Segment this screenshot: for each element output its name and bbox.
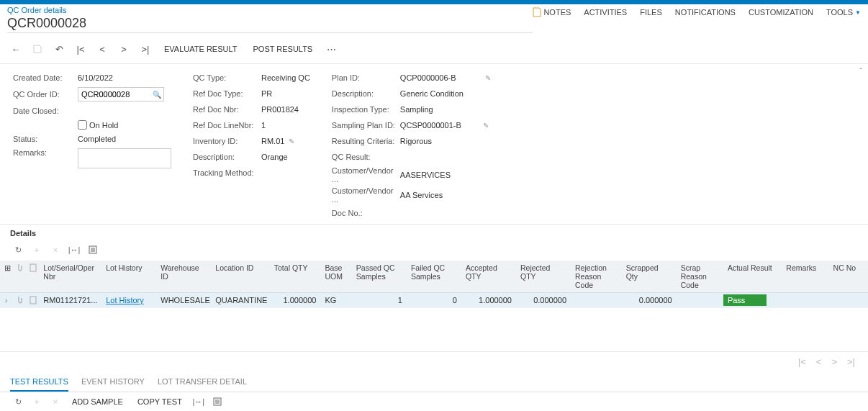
remarks-textarea[interactable] — [78, 148, 171, 168]
table-row[interactable]: › RM01121721... Lot History WHOLESALE QU… — [0, 293, 868, 308]
prev-button[interactable]: < — [94, 40, 111, 58]
col-lot[interactable]: Lot/Serial/Oper Nbr — [39, 261, 101, 293]
edit-icon[interactable]: ✎ — [485, 74, 491, 82]
post-button[interactable]: POST RESULTS — [247, 45, 318, 53]
col-failed[interactable]: Failed QC Samples — [407, 261, 461, 293]
col-scrapped[interactable]: Scrapped Qty — [622, 261, 677, 293]
doc-icon[interactable] — [25, 293, 40, 308]
add-row-button[interactable]: + — [29, 242, 45, 258]
col-lot-history[interactable]: Lot History — [101, 261, 156, 293]
col-rejected[interactable]: Rejected QTY — [516, 261, 571, 293]
export-button[interactable] — [209, 394, 225, 410]
page-title: QCR0000028 — [7, 16, 533, 33]
resulting-label: Resulting Criteria: — [332, 137, 400, 145]
col-actual[interactable]: Actual Result — [723, 261, 782, 293]
page-next-icon[interactable]: > — [831, 356, 837, 367]
tab-event-history[interactable]: EVENT HISTORY — [81, 377, 145, 392]
delete-row-button[interactable]: × — [48, 394, 63, 410]
more-button[interactable]: ⋯ — [322, 40, 340, 58]
plan-id-label: Plan ID: — [332, 73, 400, 82]
export-button[interactable] — [85, 242, 101, 258]
page-last-icon[interactable]: >| — [847, 356, 855, 367]
sampling-plan-value: QCSP0000001-B — [400, 121, 461, 130]
save-button[interactable] — [29, 40, 46, 58]
notes-label: NOTES — [543, 8, 571, 17]
collapse-form-icon[interactable]: ˆ — [859, 67, 862, 76]
refresh-button[interactable]: ↻ — [10, 394, 26, 410]
cell-location: QUARANTINE — [211, 293, 269, 308]
breadcrumb[interactable]: QC Order details — [7, 6, 533, 14]
description3-label: Description: — [332, 89, 400, 98]
qc-order-id-label: QC Order ID: — [13, 90, 78, 99]
page-first-icon[interactable]: |< — [798, 356, 806, 367]
vendor-name-value: AA Services — [400, 191, 443, 199]
inspection-type-value: Sampling — [400, 105, 433, 114]
vendor-label: Customer/Vendor ... — [332, 166, 400, 184]
refresh-button[interactable]: ↻ — [10, 242, 26, 258]
lot-history-link[interactable]: Lot History — [106, 296, 144, 304]
clip-icon[interactable] — [12, 293, 24, 308]
activities-link[interactable]: ACTIVITIES — [584, 8, 627, 17]
ref-doc-type-value: PR — [261, 89, 272, 98]
edit-icon[interactable]: ✎ — [483, 122, 489, 130]
cell-total-qty: 1.000000 — [270, 293, 321, 308]
col-location[interactable]: Location ID — [211, 261, 269, 293]
fit-columns-button[interactable]: |↔| — [66, 242, 82, 258]
cell-accepted: 1.000000 — [461, 293, 516, 308]
last-button[interactable]: >| — [137, 40, 154, 58]
col-remarks[interactable]: Remarks — [782, 261, 828, 293]
col-scrap-reason[interactable]: Scrap Reason Code — [677, 261, 723, 293]
cell-nc — [829, 293, 868, 308]
edit-icon[interactable]: ✎ — [289, 137, 294, 145]
tools-label: TOOLS — [826, 8, 853, 17]
col-passed[interactable]: Passed QC Samples — [352, 261, 407, 293]
tab-test-results[interactable]: TEST RESULTS — [10, 377, 68, 392]
details-grid[interactable]: ⊞ Lot/Serial/Oper Nbr Lot History Wareho… — [0, 261, 868, 308]
notifications-link[interactable]: NOTIFICATIONS — [675, 8, 736, 17]
col-rej-reason[interactable]: Rejection Reason Code — [571, 261, 622, 293]
col-accepted[interactable]: Accepted QTY — [461, 261, 516, 293]
on-hold-checkbox[interactable] — [78, 120, 87, 130]
back-button[interactable]: ← — [7, 40, 24, 58]
undo-button[interactable]: ↶ — [50, 40, 68, 58]
next-button[interactable]: > — [115, 40, 132, 58]
cell-rejected: 0.000000 — [516, 293, 571, 308]
col-clip — [12, 261, 24, 293]
description3-value: Generic Condition — [400, 89, 464, 98]
col-base-uom[interactable]: Base UOM — [320, 261, 351, 293]
status-value: Completed — [78, 135, 116, 143]
files-link[interactable]: FILES — [640, 8, 662, 17]
customization-link[interactable]: CUSTOMIZATION — [749, 8, 813, 17]
first-button[interactable]: |< — [72, 40, 89, 58]
expand-icon[interactable]: › — [0, 293, 12, 308]
qc-type-label: QC Type: — [193, 73, 261, 82]
copy-test-button[interactable]: COPY TEST — [132, 397, 188, 406]
col-warehouse[interactable]: Warehouse ID — [156, 261, 211, 293]
add-sample-button[interactable]: ADD SAMPLE — [66, 397, 129, 406]
sampling-plan-label: Sampling Plan ID: — [332, 121, 400, 130]
tab-lot-transfer[interactable]: LOT TRANSFER DETAIL — [158, 377, 247, 392]
cell-base-uom: KG — [320, 293, 351, 308]
col-doc — [25, 261, 40, 293]
delete-row-button[interactable]: × — [48, 242, 63, 258]
on-hold-label: On Hold — [89, 121, 118, 130]
col-total-qty[interactable]: Total QTY — [270, 261, 321, 293]
description2-value: Orange — [261, 153, 288, 161]
evaluate-button[interactable]: EVALUATE RESULT — [158, 45, 243, 53]
notes-link[interactable]: NOTES — [533, 7, 571, 17]
col-nc[interactable]: NC No — [829, 261, 868, 293]
lookup-icon[interactable]: 🔍 — [153, 91, 161, 99]
ref-doc-type-label: Ref Doc Type: — [193, 89, 261, 98]
created-date-label: Created Date: — [13, 73, 78, 82]
cell-scrapped: 0.000000 — [622, 293, 677, 308]
add-row-button[interactable]: + — [29, 394, 45, 410]
cell-rej-reason — [571, 293, 622, 308]
qc-order-id-input[interactable] — [78, 87, 164, 101]
inspection-type-label: Inspection Type: — [332, 105, 400, 114]
page-prev-icon[interactable]: < — [816, 356, 822, 367]
inventory-id-label: Inventory ID: — [193, 137, 261, 145]
tools-link[interactable]: TOOLS ▼ — [826, 8, 861, 17]
cell-passed: 1 — [352, 293, 407, 308]
cell-lot: RM01121721... — [39, 293, 101, 308]
fit-columns-button[interactable]: |↔| — [191, 394, 207, 410]
